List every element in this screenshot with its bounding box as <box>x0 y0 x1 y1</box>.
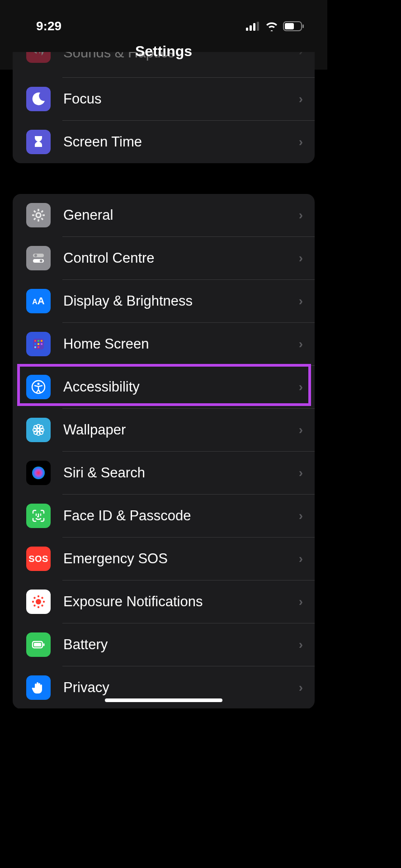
battery-status-icon <box>283 21 305 31</box>
svg-rect-2 <box>253 23 255 31</box>
svg-point-40 <box>32 467 45 479</box>
aa-icon: AA <box>26 289 51 313</box>
chevron-right-icon: › <box>299 552 303 566</box>
row-screen-time[interactable]: Screen Time › <box>13 121 315 163</box>
row-label: Accessibility <box>63 379 299 395</box>
chevron-right-icon: › <box>299 680 303 695</box>
svg-point-45 <box>38 606 39 608</box>
chevron-right-icon: › <box>299 509 303 523</box>
svg-point-19 <box>40 259 42 262</box>
row-label: Exposure Notifications <box>63 594 299 610</box>
exposure-icon <box>26 590 51 614</box>
sos-icon: SOS <box>26 547 51 571</box>
section-2: General › Control Centre › AA Display & … <box>13 194 315 708</box>
row-faceid-passcode[interactable]: Face ID & Passcode › <box>13 495 315 537</box>
chevron-right-icon: › <box>299 135 303 149</box>
svg-rect-53 <box>34 643 41 646</box>
row-label: Home Screen <box>63 336 299 352</box>
chevron-right-icon: › <box>299 251 303 265</box>
svg-point-46 <box>32 601 34 603</box>
row-general[interactable]: General › <box>13 194 315 236</box>
svg-rect-22 <box>38 340 39 342</box>
row-label: Siri & Search <box>63 465 299 481</box>
row-accessibility[interactable]: Accessibility › <box>13 366 315 408</box>
chevron-right-icon: › <box>299 294 303 308</box>
svg-rect-21 <box>34 340 36 342</box>
chevron-right-icon: › <box>299 380 303 394</box>
svg-rect-6 <box>302 24 304 28</box>
svg-point-47 <box>43 601 45 603</box>
row-privacy[interactable]: Privacy › <box>13 666 315 708</box>
chevron-right-icon: › <box>299 337 303 351</box>
svg-rect-27 <box>34 346 36 348</box>
hand-icon <box>26 675 51 700</box>
row-label: Screen Time <box>63 134 299 150</box>
chevron-right-icon: › <box>299 423 303 437</box>
faceid-icon <box>26 504 51 528</box>
row-label: Battery <box>63 637 299 653</box>
wifi-icon <box>265 21 278 31</box>
row-label: Display & Brightness <box>63 293 299 309</box>
svg-rect-1 <box>250 25 252 31</box>
chevron-right-icon: › <box>299 208 303 222</box>
svg-rect-0 <box>246 28 248 31</box>
row-label: Control Centre <box>63 250 299 266</box>
svg-rect-23 <box>41 340 42 342</box>
svg-line-14 <box>34 218 36 220</box>
switches-icon <box>26 246 51 270</box>
svg-point-51 <box>41 597 43 599</box>
svg-rect-24 <box>34 343 36 345</box>
row-siri-search[interactable]: Siri & Search › <box>13 452 315 494</box>
gear-icon <box>26 203 51 227</box>
svg-line-15 <box>42 211 43 212</box>
row-home-screen[interactable]: Home Screen › <box>13 323 315 365</box>
row-label: Focus <box>63 91 299 107</box>
page-title: Settings <box>0 43 327 60</box>
row-display-brightness[interactable]: AA Display & Brightness › <box>13 280 315 322</box>
cellular-icon <box>246 22 260 31</box>
row-wallpaper[interactable]: Wallpaper › <box>13 409 315 451</box>
svg-line-13 <box>42 218 43 220</box>
row-focus[interactable]: Focus › <box>13 78 315 120</box>
moon-icon <box>26 87 51 111</box>
svg-rect-5 <box>285 23 294 29</box>
row-battery[interactable]: Battery › <box>13 623 315 666</box>
svg-point-43 <box>36 599 41 604</box>
svg-point-30 <box>38 383 40 385</box>
svg-point-17 <box>34 254 37 257</box>
chevron-right-icon: › <box>299 466 303 480</box>
svg-rect-54 <box>43 643 45 646</box>
row-label: Wallpaper <box>63 422 299 438</box>
settings-list: Sounds & Haptics › Focus › Screen Time ›… <box>0 0 327 708</box>
status-icons <box>246 21 305 31</box>
svg-point-31 <box>37 429 40 431</box>
chevron-right-icon: › <box>299 594 303 609</box>
flower-icon <box>26 418 51 442</box>
row-label: Face ID & Passcode <box>63 508 299 524</box>
accessibility-icon <box>26 375 51 399</box>
home-screen-icon <box>26 332 51 356</box>
chevron-right-icon: › <box>299 92 303 106</box>
row-exposure-notifications[interactable]: Exposure Notifications › <box>13 580 315 623</box>
siri-icon <box>26 461 51 485</box>
svg-rect-26 <box>41 343 42 345</box>
row-label: General <box>63 207 299 223</box>
row-label: Privacy <box>63 679 299 696</box>
svg-line-12 <box>34 211 36 212</box>
svg-point-49 <box>41 604 43 606</box>
hourglass-icon <box>26 130 51 154</box>
svg-rect-28 <box>38 346 39 348</box>
svg-rect-3 <box>257 22 259 31</box>
svg-point-50 <box>33 604 35 606</box>
status-bar: 9:29 <box>0 0 327 41</box>
row-control-centre[interactable]: Control Centre › <box>13 237 315 279</box>
row-emergency-sos[interactable]: SOS Emergency SOS › <box>13 538 315 580</box>
row-label: Emergency SOS <box>63 551 299 567</box>
home-indicator[interactable] <box>105 698 222 702</box>
svg-rect-25 <box>38 343 39 345</box>
chevron-right-icon: › <box>299 637 303 652</box>
svg-point-44 <box>38 595 39 597</box>
svg-point-7 <box>36 213 41 217</box>
svg-point-48 <box>33 597 35 599</box>
battery-icon <box>26 632 51 657</box>
